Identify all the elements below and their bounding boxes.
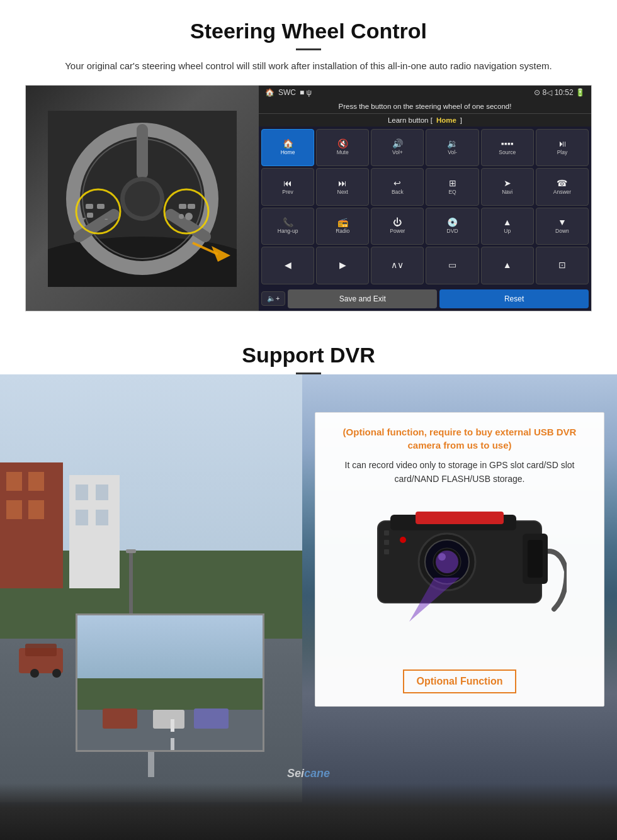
clock: 10:52: [555, 88, 574, 97]
hangup-label: Hang-up: [278, 228, 298, 234]
btn-back[interactable]: ↩ Back: [371, 168, 424, 206]
svg-rect-31: [6, 500, 22, 519]
btn-home[interactable]: 🏠 Home: [261, 129, 314, 167]
btn-navi[interactable]: ➤ Navi: [481, 168, 534, 206]
dvr-section: Support DVR: [0, 324, 617, 841]
btn-mute[interactable]: 🔇 Mute: [316, 129, 369, 167]
swc-panel-status-left: 🏠 SWC ■ ψ: [265, 88, 312, 97]
swc-label: SWC: [278, 88, 296, 97]
up-label: Up: [504, 228, 511, 234]
swc-buttons-row1: 🏠 Home 🔇 Mute 🔊 Vol+ 🔉 Vol- ▪▪▪▪ S: [259, 126, 591, 287]
swc-photo: + −: [26, 86, 259, 311]
dvr-info-desc: It can record video only to storage in G…: [329, 458, 590, 486]
swc-panel-header: 🏠 SWC ■ ψ ⊙ 8◁ 10:52 🔋: [259, 86, 591, 99]
svg-rect-41: [25, 644, 57, 656]
play-label: Play: [557, 149, 568, 155]
svg-rect-55: [103, 708, 137, 729]
btn-extra5[interactable]: ▲: [481, 247, 534, 284]
extra6-icon: ⊡: [558, 260, 566, 269]
save-exit-button[interactable]: Save and Exit: [288, 289, 437, 308]
btn-extra3[interactable]: ∧∨: [371, 247, 424, 284]
swc-panel: 🏠 SWC ■ ψ ⊙ 8◁ 10:52 🔋 Press the button …: [259, 86, 591, 311]
btn-down[interactable]: ▼ Down: [536, 208, 589, 245]
btn-up[interactable]: ▲ Up: [481, 208, 534, 245]
svg-rect-15: [188, 204, 195, 209]
btn-vol-down[interactable]: 🔉 Vol-: [426, 129, 478, 167]
extra4-icon: ▭: [448, 260, 456, 269]
btn-extra6[interactable]: ⊡: [536, 247, 589, 284]
navi-label: Navi: [502, 189, 512, 195]
svg-rect-29: [6, 472, 22, 491]
svg-rect-73: [384, 549, 389, 554]
down-icon: ▼: [558, 218, 567, 227]
eq-label: EQ: [448, 189, 456, 195]
svg-rect-36: [76, 510, 88, 525]
dvr-inset-scene: [77, 615, 264, 752]
location-icon: ⊙ 8◁: [534, 88, 552, 97]
btn-extra1[interactable]: ◀: [261, 247, 314, 284]
swc-instruction: Press the button on the steering wheel o…: [259, 99, 591, 114]
eq-icon: ⊞: [449, 179, 456, 188]
swc-title: Steering Wheel Control: [25, 19, 592, 43]
dvr-camera-svg: [353, 496, 567, 659]
svg-point-47: [52, 669, 61, 678]
swc-title-divider: [296, 48, 321, 50]
svg-rect-71: [384, 530, 389, 535]
play-icon: ⏯: [558, 139, 567, 148]
btn-answer[interactable]: ☎ Answer: [536, 168, 589, 206]
reset-button[interactable]: Reset: [439, 289, 589, 308]
power-icon: ⏻: [393, 218, 402, 227]
swc-learn-row: Learn button [ Home ]: [259, 114, 591, 126]
svg-point-17: [179, 214, 184, 219]
vol-down-icon: 🔉: [447, 139, 458, 148]
btn-extra4[interactable]: ▭: [426, 247, 478, 284]
btn-vol-up[interactable]: 🔊 Vol+: [371, 129, 424, 167]
btn-radio[interactable]: 📻 Radio: [316, 208, 369, 245]
svg-rect-34: [76, 484, 88, 500]
svg-rect-12: [97, 204, 105, 209]
power-label: Power: [390, 228, 405, 234]
vol-up-icon: 🔊: [392, 139, 403, 148]
prev-icon: ⏮: [283, 179, 292, 188]
steering-wheel-svg: + −: [48, 111, 237, 287]
dvr-info-title: (Optional function, require to buy exter…: [329, 425, 590, 452]
swc-composite: + − 🏠 SWC ■ ψ ⊙ 8◁ 10:52 🔋 Press the but…: [25, 85, 592, 311]
btn-eq[interactable]: ⊞ EQ: [426, 168, 478, 206]
btn-prev[interactable]: ⏮ Prev: [261, 168, 314, 206]
seicane-watermark: Seicane: [287, 767, 330, 780]
down-label: Down: [555, 228, 569, 234]
svg-rect-53: [171, 738, 174, 752]
seicane-text-cane: cane: [304, 767, 330, 780]
dvr-title: Support DVR: [0, 343, 617, 367]
optional-function-badge: Optional Function: [403, 669, 517, 693]
signal-icon: ■ ψ: [300, 88, 312, 97]
svg-text:−: −: [105, 216, 108, 222]
svg-rect-72: [384, 540, 389, 545]
btn-dvd[interactable]: 💿 DVD: [426, 208, 478, 245]
hangup-icon: 📞: [283, 218, 293, 227]
btn-source[interactable]: ▪▪▪▪ Source: [481, 129, 534, 167]
svg-rect-32: [28, 500, 44, 519]
prev-label: Prev: [282, 189, 293, 195]
svg-point-66: [438, 553, 446, 561]
back-label: Back: [392, 189, 404, 195]
learn-bracket: ]: [460, 116, 462, 124]
home-btn-label: Home: [281, 149, 295, 155]
btn-next[interactable]: ⏭ Next: [316, 168, 369, 206]
swc-description: Your original car's steering wheel contr…: [50, 59, 567, 74]
dashboard-overlay: [0, 783, 617, 841]
btn-hangup[interactable]: 📞 Hang-up: [261, 208, 314, 245]
dvd-icon: 💿: [447, 218, 458, 227]
svg-rect-37: [96, 510, 108, 525]
vol-indicator: 🔈+: [261, 291, 285, 306]
dvr-info-card: (Optional function, require to buy exter…: [315, 412, 604, 707]
btn-play[interactable]: ⏯ Play: [536, 129, 589, 167]
btn-extra2[interactable]: ▶: [316, 247, 369, 284]
next-label: Next: [337, 189, 348, 195]
svg-rect-30: [28, 472, 44, 491]
vol-up-label: Vol+: [392, 149, 403, 155]
extra2-icon: ▶: [339, 260, 346, 269]
btn-power[interactable]: ⏻ Power: [371, 208, 424, 245]
svg-rect-61: [416, 512, 504, 524]
svg-rect-69: [528, 540, 543, 578]
